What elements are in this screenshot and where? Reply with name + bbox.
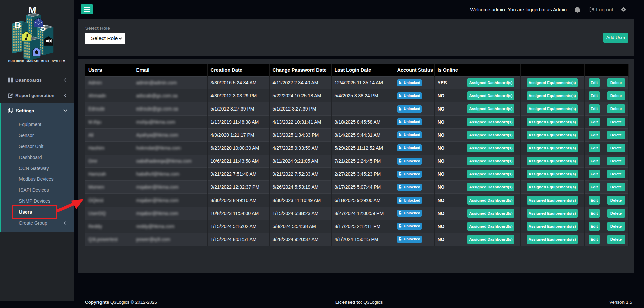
svg-text:°C: °C <box>27 32 29 34</box>
svg-text:M: M <box>28 5 36 15</box>
svg-text:B: B <box>14 20 21 30</box>
